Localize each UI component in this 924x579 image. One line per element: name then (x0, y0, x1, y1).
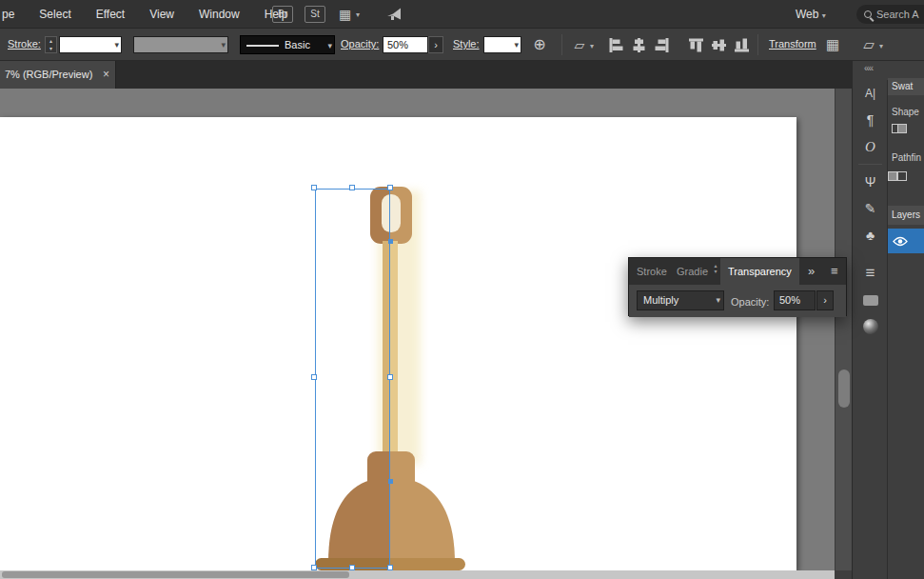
panel-icon-strip: A| ¶ O Ψ ✎ ♣ ≡ (853, 80, 888, 579)
layers-panel-header[interactable]: Layers (888, 206, 924, 225)
chevron-down-icon: ▾ (822, 11, 826, 20)
chevron-down-icon: ▾ (514, 40, 519, 50)
artboards-panel-icon[interactable] (853, 287, 888, 313)
align-center-horizontal-icon[interactable] (632, 38, 646, 52)
selection-handle-top-left[interactable] (311, 185, 317, 190)
transparency-panel-body: Multiply ▾ Opacity: 50% › (629, 285, 846, 317)
pathfinder-label: Pathfin (892, 152, 921, 163)
menu-select[interactable]: Select (39, 8, 70, 21)
graphic-style-dropdown[interactable]: ▾ (483, 36, 521, 53)
chevron-down-icon: ▾ (327, 41, 332, 50)
expand-panel-icon[interactable]: » (808, 264, 815, 278)
layers-selected-row[interactable] (888, 229, 924, 253)
chevron-down-icon: ▾ (716, 291, 720, 309)
document-setup-icon[interactable]: ▱ (571, 36, 588, 53)
gradient-panel-icon[interactable] (853, 313, 888, 340)
artboard-rect-icon (863, 295, 878, 306)
selection-handle-mid-left[interactable] (311, 374, 317, 380)
trim-icon[interactable] (897, 171, 907, 181)
canvas-area[interactable] (0, 89, 835, 570)
selection-bounding-box (315, 189, 390, 569)
divider (858, 164, 882, 165)
menu-effect[interactable]: Effect (96, 8, 125, 21)
search-field[interactable]: Search A (856, 5, 924, 24)
illustrator-window: pe Select Effect View Window Help Br St … (0, 0, 924, 579)
blend-mode-dropdown[interactable]: Multiply ▾ (637, 290, 724, 310)
close-icon[interactable]: × (103, 61, 109, 89)
tab-transparency[interactable]: Transparency (720, 258, 799, 285)
workspace-switcher[interactable]: Web ▾ (796, 8, 826, 21)
horizontal-scrollbar[interactable] (0, 570, 835, 579)
horizontal-scrollbar-thumb[interactable] (2, 571, 349, 578)
share-megaphone-icon[interactable] (385, 7, 403, 22)
chevron-down-icon: ▾ (114, 40, 119, 50)
shape-mode-buttons[interactable] (892, 124, 907, 141)
panel-opacity-input[interactable]: 50% (774, 290, 816, 310)
stroke-weight-dropdown[interactable]: ▾ (59, 36, 122, 53)
opacity-input[interactable]: 50% (383, 36, 428, 53)
align-top-icon[interactable] (689, 38, 703, 52)
stock-button[interactable]: St (305, 6, 325, 23)
selection-handle-mid-right[interactable] (387, 374, 393, 380)
arrange-documents-icon[interactable]: ▦ (339, 7, 351, 22)
align-right-icon[interactable] (655, 38, 669, 52)
paragraph-panel-icon[interactable]: ¶ (853, 107, 888, 133)
brush-definition-dropdown[interactable]: Basic ▾ (240, 35, 335, 54)
search-text: Search A (876, 9, 919, 20)
menu-type[interactable]: pe (2, 8, 14, 21)
control-bar: Stroke: ▴ ▾ ▾ ▾ Basic ▾ Opacity: 50% › S… (0, 29, 924, 61)
vertical-scrollbar-thumb[interactable] (838, 369, 850, 408)
symbols-panel-icon[interactable]: ♣ (853, 222, 888, 249)
stroke-link[interactable]: Stroke: (8, 38, 41, 50)
menu-window[interactable]: Window (199, 8, 240, 21)
stroke-panel-icon[interactable]: ≡ (853, 260, 888, 287)
selection-handle-top-center[interactable] (349, 185, 355, 190)
panel-cycle-icon[interactable]: ▴▾ (712, 263, 719, 274)
layer-visibility-eye-icon[interactable] (893, 236, 908, 247)
expanded-panel-strip: Swat Shape Pathfin Layers (888, 61, 924, 579)
align-bottom-icon[interactable] (735, 38, 749, 52)
document-tab-bar: 7% (RGB/Preview) × (0, 61, 852, 89)
tab-gradient[interactable]: Gradie (677, 266, 708, 277)
minus-front-icon[interactable] (897, 124, 907, 133)
brush-name: Basic (285, 39, 310, 50)
scrollbar-corner (835, 570, 852, 579)
options-icon[interactable]: ▱ (860, 36, 877, 53)
globe-icon[interactable]: ⊕ (531, 36, 548, 53)
appearance-panel-icon[interactable]: ✎ (853, 195, 888, 222)
swatches-panel-header[interactable]: Swat (888, 78, 924, 95)
tab-stroke[interactable]: Stroke (637, 266, 667, 277)
align-center-vertical-icon[interactable] (712, 38, 726, 52)
character-panel-icon[interactable]: A| (853, 80, 888, 107)
selection-handle-top-right[interactable] (387, 185, 393, 190)
transform-link[interactable]: Transform (769, 38, 816, 50)
panel-opacity-slider-button[interactable]: › (816, 290, 834, 310)
artboard[interactable] (0, 117, 796, 570)
panel-menu-icon[interactable]: ≡ (831, 264, 838, 278)
divide-icon[interactable] (888, 171, 897, 181)
transparency-panel-tabs: Stroke Gradie ▴▾ Transparency » ≡ (629, 258, 846, 285)
bridge-button[interactable]: Br (272, 6, 293, 23)
stroke-weight-stepper[interactable]: ▴ ▾ (45, 36, 57, 53)
divider (561, 34, 562, 55)
step-down-icon[interactable]: ▾ (46, 45, 56, 52)
symbol-sprayer-panel-icon[interactable]: Ψ (853, 169, 888, 195)
step-up-icon[interactable]: ▴ (46, 37, 56, 45)
divider (757, 34, 758, 55)
menu-view[interactable]: View (149, 8, 174, 21)
opentype-panel-icon[interactable]: O (853, 133, 888, 160)
brush-stroke-preview (246, 45, 279, 47)
opacity-slider-button[interactable]: › (428, 36, 443, 53)
pathfinder-buttons[interactable] (892, 171, 907, 189)
chevron-down-icon: ▾ (590, 42, 594, 50)
style-link[interactable]: Style: (453, 38, 480, 50)
chevron-down-icon: ▾ (221, 40, 226, 50)
align-left-icon[interactable] (609, 38, 623, 52)
document-tab[interactable]: 7% (RGB/Preview) × (0, 61, 116, 89)
collapse-dock-button[interactable]: «« (864, 63, 873, 73)
vertical-scrollbar[interactable] (835, 89, 852, 570)
transform-grid-icon[interactable]: ▦ (824, 36, 841, 53)
search-icon (864, 10, 872, 18)
opacity-link[interactable]: Opacity: (341, 38, 379, 50)
panel-opacity-label[interactable]: Opacity: (731, 296, 769, 308)
